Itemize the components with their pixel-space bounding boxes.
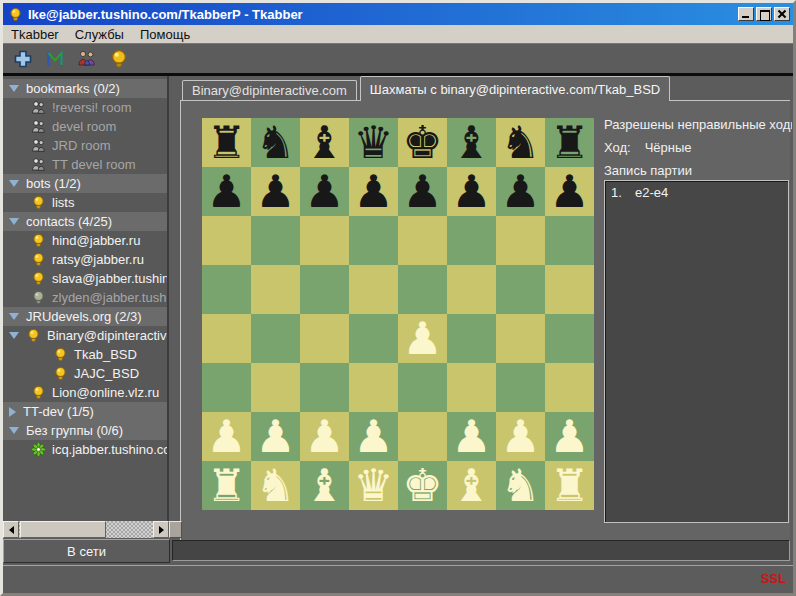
board-square[interactable]: ♟ <box>447 167 496 216</box>
board-square[interactable]: ♟ <box>398 167 447 216</box>
presence-status-button[interactable]: В сети <box>3 539 170 563</box>
board-square[interactable] <box>447 314 496 363</box>
board-square[interactable] <box>349 265 398 314</box>
board-square[interactable]: ♜ <box>545 118 594 167</box>
chess-piece[interactable]: ♟ <box>353 169 393 214</box>
board-square[interactable]: ♛ <box>349 461 398 510</box>
chess-piece[interactable]: ♛ <box>353 463 393 508</box>
sash-handle[interactable] <box>169 521 182 538</box>
scroll-right-icon[interactable] <box>153 521 169 538</box>
board-square[interactable] <box>496 314 545 363</box>
chess-piece[interactable]: ♟ <box>206 414 246 459</box>
chess-piece[interactable]: ♟ <box>500 414 540 459</box>
board-square[interactable] <box>496 216 545 265</box>
move-row[interactable]: 1.e2-e4 <box>605 181 788 204</box>
board-square[interactable] <box>398 412 447 461</box>
chess-piece[interactable]: ♟ <box>402 169 442 214</box>
collapse-arrow-icon[interactable] <box>9 313 19 320</box>
board-square[interactable] <box>251 363 300 412</box>
roster-item[interactable]: ratsy@jabber.ru <box>3 250 167 269</box>
board-square[interactable]: ♟ <box>496 412 545 461</box>
chess-piece[interactable]: ♝ <box>451 120 491 165</box>
board-square[interactable]: ♟ <box>349 412 398 461</box>
chess-piece[interactable]: ♞ <box>500 463 540 508</box>
board-square[interactable] <box>349 363 398 412</box>
board-square[interactable] <box>202 216 251 265</box>
board-square[interactable]: ♝ <box>300 461 349 510</box>
board-square[interactable] <box>398 265 447 314</box>
board-square[interactable]: ♟ <box>496 167 545 216</box>
roster-group[interactable]: bots (1/2) <box>3 174 167 193</box>
chess-piece[interactable]: ♝ <box>304 463 344 508</box>
board-square[interactable]: ♟ <box>398 314 447 363</box>
chess-piece[interactable]: ♚ <box>402 463 442 508</box>
board-square[interactable] <box>300 363 349 412</box>
chess-piece[interactable]: ♟ <box>353 414 393 459</box>
roster-group[interactable]: contacts (4/25) <box>3 212 167 231</box>
chess-piece[interactable]: ♟ <box>402 316 442 361</box>
chess-piece[interactable]: ♜ <box>549 463 589 508</box>
services-icon[interactable] <box>43 47 67 71</box>
board-square[interactable] <box>545 314 594 363</box>
roster-item[interactable]: JAJC_BSD <box>3 364 167 383</box>
board-square[interactable]: ♟ <box>300 167 349 216</box>
expand-arrow-icon[interactable] <box>9 407 16 417</box>
roster-item[interactable]: Binary@dipinteractive.com <box>3 326 167 345</box>
roster-group[interactable]: bookmarks (0/2) <box>3 79 167 98</box>
collapse-arrow-icon[interactable] <box>9 85 19 92</box>
roster-item[interactable]: Tkab_BSD <box>3 345 167 364</box>
board-square[interactable]: ♞ <box>251 461 300 510</box>
chess-piece[interactable]: ♚ <box>402 120 442 165</box>
board-square[interactable] <box>545 216 594 265</box>
chess-piece[interactable]: ♝ <box>451 463 491 508</box>
roster-item[interactable]: zlyden@jabber.tushino <box>3 288 167 307</box>
board-square[interactable]: ♛ <box>349 118 398 167</box>
roster-item[interactable]: hind@jabber.ru <box>3 231 167 250</box>
allow-illegal-moves-label[interactable]: Разрешены неправильные ходы <box>604 117 792 132</box>
chess-piece[interactable]: ♟ <box>451 414 491 459</box>
board-square[interactable] <box>251 265 300 314</box>
chess-piece[interactable]: ♟ <box>304 414 344 459</box>
board-square[interactable]: ♝ <box>447 118 496 167</box>
collapse-arrow-icon[interactable] <box>9 180 19 187</box>
chess-piece[interactable]: ♟ <box>451 169 491 214</box>
collapse-arrow-icon[interactable] <box>9 332 19 339</box>
board-square[interactable]: ♜ <box>202 461 251 510</box>
chat-input[interactable] <box>172 540 790 561</box>
roster-item[interactable]: lists <box>3 193 167 212</box>
board-square[interactable]: ♜ <box>545 461 594 510</box>
roster-item[interactable]: Lion@online.vlz.ru <box>3 383 167 402</box>
board-square[interactable]: ♟ <box>545 412 594 461</box>
chess-piece[interactable]: ♞ <box>255 120 295 165</box>
chess-piece[interactable]: ♟ <box>206 169 246 214</box>
close-icon[interactable] <box>774 7 790 21</box>
chess-piece[interactable]: ♜ <box>549 120 589 165</box>
move-list[interactable]: 1.e2-e4 <box>604 180 789 523</box>
board-square[interactable] <box>545 363 594 412</box>
chess-piece[interactable]: ♟ <box>255 169 295 214</box>
scrollbar-thumb[interactable] <box>20 521 106 538</box>
tab-1[interactable]: Шахматы с binary@dipinteractive.com/Tkab… <box>360 76 670 101</box>
tab-0[interactable]: Binary@dipinteractive.com <box>182 80 357 100</box>
board-square[interactable] <box>496 265 545 314</box>
chess-piece[interactable]: ♛ <box>353 120 393 165</box>
chess-piece[interactable]: ♞ <box>255 463 295 508</box>
board-square[interactable] <box>496 363 545 412</box>
board-square[interactable]: ♞ <box>496 118 545 167</box>
roster-item[interactable]: !reversi! room <box>3 98 167 117</box>
board-square[interactable] <box>447 265 496 314</box>
collapse-arrow-icon[interactable] <box>9 218 19 225</box>
chess-piece[interactable]: ♟ <box>255 414 295 459</box>
board-square[interactable] <box>349 216 398 265</box>
board-square[interactable]: ♟ <box>349 167 398 216</box>
board-square[interactable]: ♟ <box>251 167 300 216</box>
chess-piece[interactable]: ♞ <box>500 120 540 165</box>
roster-item[interactable]: JRD room <box>3 136 167 155</box>
minimize-icon[interactable] <box>738 7 754 21</box>
board-square[interactable] <box>398 216 447 265</box>
roster-horizontal-scrollbar[interactable] <box>3 521 169 538</box>
roster-item[interactable]: devel room <box>3 117 167 136</box>
board-square[interactable] <box>300 265 349 314</box>
board-square[interactable]: ♟ <box>300 412 349 461</box>
maximize-icon[interactable] <box>756 7 772 21</box>
